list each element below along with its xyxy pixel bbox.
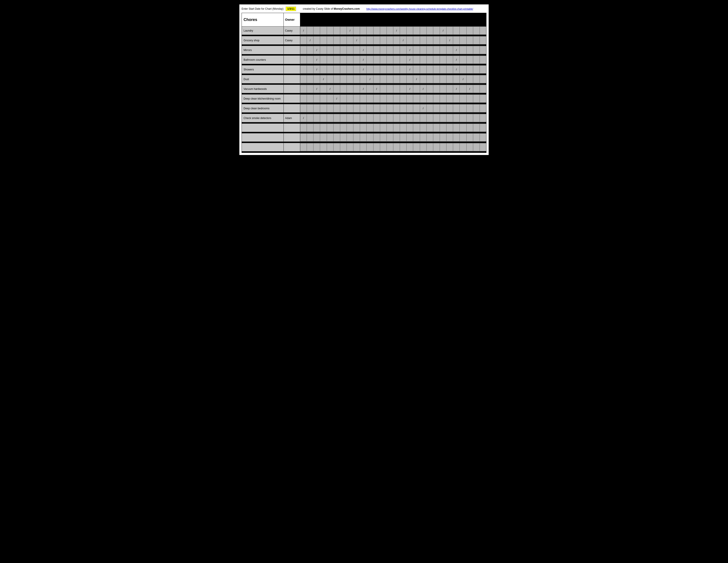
- day-cell[interactable]: [407, 133, 413, 141]
- day-cell[interactable]: [313, 75, 320, 83]
- day-cell[interactable]: [453, 124, 460, 132]
- day-cell[interactable]: [427, 75, 433, 83]
- day-cell[interactable]: [420, 75, 427, 83]
- day-cell[interactable]: [347, 85, 353, 93]
- day-cell[interactable]: [307, 46, 313, 54]
- day-cell[interactable]: [393, 75, 400, 83]
- day-cell[interactable]: [387, 65, 393, 73]
- day-cell[interactable]: [367, 114, 373, 122]
- day-cell[interactable]: [307, 124, 313, 132]
- day-cell[interactable]: [307, 143, 313, 151]
- day-cell[interactable]: [334, 143, 340, 151]
- day-cell[interactable]: [300, 85, 307, 93]
- day-cell[interactable]: [334, 36, 340, 44]
- day-cell[interactable]: /: [407, 46, 413, 54]
- day-cell[interactable]: [327, 124, 334, 132]
- day-cell[interactable]: [353, 104, 360, 112]
- day-cell[interactable]: /: [420, 104, 427, 112]
- day-cell[interactable]: /: [353, 36, 360, 44]
- day-cell[interactable]: [473, 143, 480, 151]
- day-cell[interactable]: /: [307, 36, 313, 44]
- day-cell[interactable]: [387, 124, 393, 132]
- day-cell[interactable]: [307, 56, 313, 64]
- day-cell[interactable]: [320, 143, 327, 151]
- day-cell[interactable]: [347, 133, 353, 141]
- day-cell[interactable]: [360, 124, 367, 132]
- day-cell[interactable]: [380, 26, 387, 35]
- day-cell[interactable]: [413, 114, 420, 122]
- day-cell[interactable]: [460, 114, 466, 122]
- day-cell[interactable]: [353, 75, 360, 83]
- day-cell[interactable]: [313, 124, 320, 132]
- day-cell[interactable]: [460, 56, 466, 64]
- day-cell[interactable]: [360, 36, 367, 44]
- day-cell[interactable]: [347, 104, 353, 112]
- day-cell[interactable]: [440, 85, 447, 93]
- day-cell[interactable]: [427, 65, 433, 73]
- day-cell[interactable]: [300, 143, 307, 151]
- day-cell[interactable]: [340, 94, 347, 103]
- day-cell[interactable]: [427, 143, 433, 151]
- day-cell[interactable]: [460, 65, 466, 73]
- day-cell[interactable]: /: [453, 46, 460, 54]
- day-cell[interactable]: [420, 94, 427, 103]
- day-cell[interactable]: [447, 114, 453, 122]
- day-cell[interactable]: [387, 26, 393, 35]
- day-cell[interactable]: [433, 56, 440, 64]
- day-cell[interactable]: [320, 26, 327, 35]
- day-cell[interactable]: [307, 104, 313, 112]
- day-cell[interactable]: [447, 124, 453, 132]
- day-cell[interactable]: [453, 94, 460, 103]
- day-cell[interactable]: /: [460, 75, 466, 83]
- day-cell[interactable]: [320, 56, 327, 64]
- day-cell[interactable]: [420, 124, 427, 132]
- day-cell[interactable]: /: [413, 75, 420, 83]
- day-cell[interactable]: /: [453, 56, 460, 64]
- day-cell[interactable]: [353, 124, 360, 132]
- day-cell[interactable]: [407, 26, 413, 35]
- day-cell[interactable]: [320, 114, 327, 122]
- day-cell[interactable]: [467, 36, 473, 44]
- day-cell[interactable]: [480, 56, 486, 64]
- day-cell[interactable]: [447, 65, 453, 73]
- day-cell[interactable]: [440, 94, 447, 103]
- day-cell[interactable]: [387, 133, 393, 141]
- day-cell[interactable]: [433, 133, 440, 141]
- day-cell[interactable]: [367, 26, 373, 35]
- day-cell[interactable]: [353, 56, 360, 64]
- day-cell[interactable]: [433, 85, 440, 93]
- day-cell[interactable]: [360, 94, 367, 103]
- day-cell[interactable]: [447, 46, 453, 54]
- day-cell[interactable]: [427, 124, 433, 132]
- day-cell[interactable]: [460, 85, 466, 93]
- day-cell[interactable]: [407, 36, 413, 44]
- day-cell[interactable]: [420, 114, 427, 122]
- day-cell[interactable]: [307, 75, 313, 83]
- day-cell[interactable]: [353, 85, 360, 93]
- day-cell[interactable]: [393, 36, 400, 44]
- day-cell[interactable]: [407, 94, 413, 103]
- day-cell[interactable]: [467, 56, 473, 64]
- day-cell[interactable]: [327, 114, 334, 122]
- day-cell[interactable]: [334, 46, 340, 54]
- day-cell[interactable]: [400, 75, 407, 83]
- day-cell[interactable]: [420, 143, 427, 151]
- day-cell[interactable]: [480, 36, 486, 44]
- day-cell[interactable]: [360, 104, 367, 112]
- day-cell[interactable]: [400, 143, 407, 151]
- day-cell[interactable]: [400, 46, 407, 54]
- day-cell[interactable]: /: [453, 65, 460, 73]
- day-cell[interactable]: [300, 75, 307, 83]
- day-cell[interactable]: [400, 94, 407, 103]
- day-cell[interactable]: [400, 124, 407, 132]
- day-cell[interactable]: [380, 143, 387, 151]
- day-cell[interactable]: [300, 36, 307, 44]
- day-cell[interactable]: [353, 114, 360, 122]
- day-cell[interactable]: [380, 46, 387, 54]
- day-cell[interactable]: /: [360, 46, 367, 54]
- day-cell[interactable]: [334, 26, 340, 35]
- day-cell[interactable]: /: [407, 85, 413, 93]
- day-cell[interactable]: [480, 133, 486, 141]
- day-cell[interactable]: [380, 104, 387, 112]
- day-cell[interactable]: [360, 143, 367, 151]
